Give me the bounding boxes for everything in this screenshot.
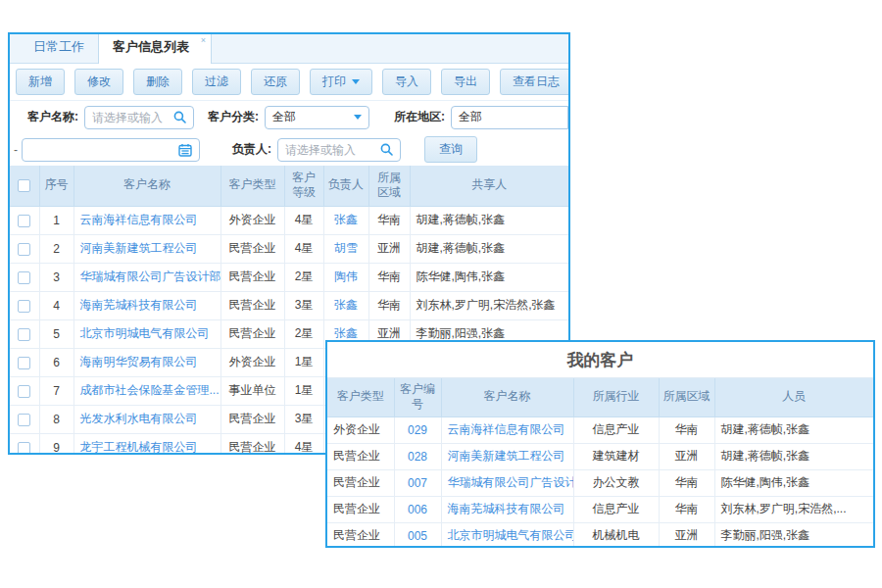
toolbar-button[interactable]: 过滤 [192, 69, 241, 95]
owner-link[interactable]: 胡雪 [334, 241, 358, 255]
customer-code-link[interactable]: 005 [408, 529, 427, 543]
toolbar-button[interactable]: 打印 [310, 69, 372, 95]
customer-name-link[interactable]: 成都市社会保险基金管理... [80, 383, 220, 397]
toolbar-button[interactable]: 导出 [441, 69, 490, 95]
customer-name-link[interactable]: 北京市明城电气有限公司 [448, 528, 574, 542]
cell-grade: 4星 [284, 234, 323, 263]
filter-row-2: - 负责人: 查询 [10, 133, 568, 166]
tab-customer-info-list[interactable]: 客户信息列表 × [98, 32, 212, 64]
customer-code-link[interactable]: 029 [408, 423, 427, 437]
toolbar-button-label: 修改 [87, 74, 111, 90]
my-customers-panel: 我的客户 客户类型客户编号客户名称所属行业所属区域人员 外资企业 029 云南海… [325, 340, 875, 548]
tab-label: 客户信息列表 [113, 39, 189, 54]
toolbar-button-label: 删除 [146, 74, 170, 90]
column-header: 客户等级 [284, 166, 323, 206]
toolbar-button[interactable]: 还原 [251, 69, 300, 95]
customer-name-link[interactable]: 华瑞城有限公司广告设计部 [80, 270, 221, 283]
filter-row-1: 客户名称: 客户分类: 全部 所在地区: 全部 [10, 101, 568, 133]
toolbar-button-label: 导出 [454, 74, 477, 90]
column-header: 客户名称 [441, 378, 573, 416]
customer-code-link[interactable]: 006 [408, 503, 427, 516]
cell-shared: 胡建,蒋德帧,张鑫 [410, 234, 568, 263]
toolbar-button[interactable]: 新增 [16, 69, 65, 95]
customer-name-link[interactable]: 海南明华贸易有限公司 [80, 355, 198, 368]
cell-region: 华南 [659, 416, 714, 443]
owner-link[interactable]: 张鑫 [334, 213, 358, 226]
column-header: 客户编号 [394, 378, 441, 416]
toolbar-button[interactable]: 删除 [133, 69, 182, 95]
cell-region: 亚洲 [659, 522, 714, 548]
search-icon[interactable] [173, 111, 186, 123]
customer-name-link[interactable]: 河南美新建筑工程公司 [80, 241, 198, 255]
customer-name-link[interactable]: 云南海祥信息有限公司 [80, 213, 198, 226]
cell-staff: 刘东林,罗广明,宋浩然,... [714, 496, 873, 522]
tab-daily-work[interactable]: 日常工作 [20, 32, 98, 63]
customer-code-link[interactable]: 007 [408, 476, 427, 490]
toolbar-button-label: 过滤 [205, 74, 228, 90]
cell-grade: 3星 [284, 405, 323, 433]
customer-name-link[interactable]: 海南芜城科技有限公司 [448, 502, 565, 515]
search-button[interactable]: 查询 [424, 136, 477, 163]
column-header: 序号 [39, 166, 74, 206]
cell-seq: 2 [39, 234, 74, 263]
cell-staff: 李勤丽,阳强,张鑫 [714, 522, 873, 548]
cell-customer-type: 外资企业 [327, 416, 394, 443]
toolbar-button[interactable]: 修改 [74, 69, 123, 95]
cell-seq: 3 [39, 263, 74, 291]
customer-name-link[interactable]: 光发水利水电有限公司 [80, 412, 198, 425]
row-checkbox[interactable] [18, 357, 30, 369]
table-row: 民营企业 007 华瑞城有限公司广告设计部 办公文教 华南 陈华健,陶伟,张鑫 [327, 469, 873, 496]
date-input[interactable] [29, 143, 178, 157]
cell-grade: 1星 [284, 376, 323, 405]
cell-region: 华南 [368, 206, 410, 234]
toolbar-button[interactable]: 查看日志 [500, 69, 570, 95]
search-icon[interactable] [380, 143, 393, 156]
district-select[interactable]: 全部 [451, 106, 568, 129]
toolbar-button-label: 导入 [395, 74, 418, 90]
column-header: 共享人 [410, 166, 568, 206]
select-all-checkbox[interactable] [18, 179, 30, 192]
cell-customer-type: 民营企业 [327, 469, 394, 496]
row-checkbox[interactable] [18, 442, 30, 455]
customer-name-label: 客户名称: [27, 109, 78, 125]
row-checkbox[interactable] [18, 300, 30, 313]
column-header: 所属区域 [659, 378, 714, 416]
customer-name-input[interactable] [92, 111, 173, 124]
row-checkbox[interactable] [18, 243, 30, 256]
customer-code-link[interactable]: 028 [408, 450, 427, 464]
customer-name-link[interactable]: 海南芜城科技有限公司 [80, 298, 198, 312]
table-row: 2 河南美新建筑工程公司 民营企业 4星 胡雪 亚洲 胡建,蒋德帧,张鑫 [10, 234, 568, 263]
customer-name-link[interactable]: 河南美新建筑工程公司 [448, 449, 565, 463]
chevron-down-icon [354, 115, 362, 120]
toolbar-button[interactable]: 导入 [382, 69, 431, 95]
owner-link[interactable]: 陶伟 [334, 270, 358, 283]
customer-name-link[interactable]: 龙宇工程机械有限公司 [80, 440, 198, 454]
cell-seq: 4 [39, 291, 74, 319]
toolbar-button-label: 还原 [264, 74, 287, 90]
cell-staff: 胡建,蒋德帧,张鑫 [714, 443, 873, 469]
customer-category-select[interactable]: 全部 [265, 106, 369, 129]
row-checkbox[interactable] [18, 215, 30, 227]
cell-customer-type: 事业单位 [220, 376, 284, 405]
column-header: 客户类型 [327, 378, 394, 416]
cell-grade: 4星 [284, 433, 323, 455]
column-header: 所属区域 [368, 166, 410, 206]
row-checkbox[interactable] [18, 385, 30, 398]
table-header-row: 序号客户名称客户类型客户等级负责人所属区域共享人 [10, 166, 568, 206]
row-checkbox[interactable] [18, 328, 30, 341]
cell-grade: 3星 [284, 291, 323, 319]
column-header: 负责人 [323, 166, 368, 206]
customer-name-link[interactable]: 华瑞城有限公司广告设计部 [448, 475, 574, 489]
row-checkbox[interactable] [18, 271, 30, 284]
customer-name-link[interactable]: 云南海祥信息有限公司 [448, 422, 565, 436]
calendar-icon[interactable] [178, 143, 192, 157]
customer-name-link[interactable]: 北京市明城电气有限公司 [80, 326, 210, 340]
close-icon[interactable]: × [201, 35, 206, 45]
row-checkbox[interactable] [18, 414, 30, 426]
owner-link[interactable]: 张鑫 [334, 326, 358, 340]
cell-staff: 胡建,蒋德帧,张鑫 [714, 416, 873, 443]
owner-input[interactable] [285, 143, 380, 157]
district-value: 全部 [459, 109, 482, 125]
owner-link[interactable]: 张鑫 [334, 298, 358, 312]
toolbar-button-label: 新增 [28, 74, 52, 90]
